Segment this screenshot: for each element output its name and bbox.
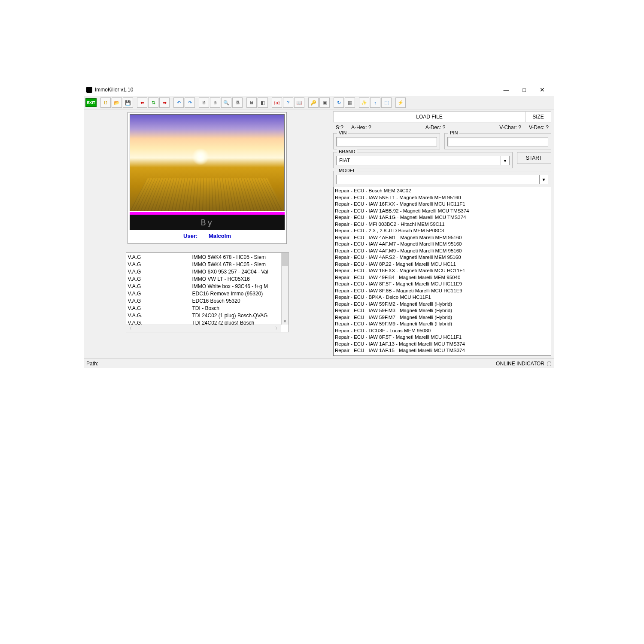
user-name: Malcolm — [209, 233, 231, 239]
scroll-thumb[interactable] — [282, 253, 288, 266]
dropdown-item[interactable]: Repair - ECU - IAW 8F.5T - Magneti Marel… — [335, 334, 550, 341]
list-item[interactable]: V.A.G.TDI 24C02 (2 plugs) Bosch — [128, 319, 279, 325]
list-item[interactable]: V.A.GIMMO 6X0 953 257 - 24C04 - Val — [128, 268, 279, 276]
dropdown-item[interactable]: Repair - ECU - Bosch MEM 24C02 — [335, 188, 550, 194]
open-folder-icon[interactable]: 📂 — [112, 97, 122, 108]
dropdown-item[interactable]: Repair - ECU - MFI 003BC2 - Hitachi MEM … — [335, 221, 550, 228]
doc-b-icon[interactable]: 🗎 — [210, 97, 220, 108]
undo-icon[interactable]: ↶ — [173, 97, 184, 108]
adec-value: A-Dec: ? — [425, 125, 446, 131]
minimize-button[interactable]: — — [497, 84, 515, 95]
dropdown-item[interactable]: Repair - ECU - IAW 18F.XX - Magneti Mare… — [335, 267, 550, 274]
new-file-icon[interactable]: 🗋 — [100, 97, 111, 108]
pin-group: PIN — [444, 133, 551, 149]
dropdown-item[interactable]: Repair - ECU - IAW 59F.M3 - Magneti Mare… — [335, 307, 550, 314]
list-item[interactable]: V.A.GEDC16 Bosch 95320 — [128, 298, 279, 305]
brand-value: FIAT — [337, 156, 501, 165]
titlebar: ImmoKiller v1.10 — □ ✕ — [84, 84, 554, 96]
pin-label: PIN — [448, 130, 459, 135]
transfer-icon[interactable]: ⇅ — [148, 97, 158, 108]
dropdown-item[interactable]: Repair - ECU - IAW 4AF.M9 - Magneti Mare… — [335, 248, 550, 255]
scroll-down-icon[interactable]: ∨ — [282, 317, 289, 325]
brand-combo[interactable]: FIAT ▼ — [336, 156, 510, 165]
dropdown-item[interactable]: Repair - ECU - IAW 8F.5T - Magneti Marel… — [335, 281, 550, 288]
brand-group: BRAND FIAT ▼ — [333, 152, 513, 168]
chevron-down-icon[interactable]: ▼ — [501, 156, 509, 165]
vertical-scrollbar[interactable]: ∨ — [281, 253, 289, 325]
chip-icon[interactable]: ▣ — [319, 97, 330, 108]
horizontal-scrollbar[interactable]: 〈 〉 — [126, 325, 281, 332]
exit-button[interactable]: EXIT — [85, 98, 97, 107]
vehicle-list[interactable]: V.A.GIMMO 5WK4 678 - HC05 - SiemV.A.GIMM… — [126, 252, 289, 332]
close-button[interactable]: ✕ — [533, 84, 551, 95]
doc-a-icon[interactable]: 🗎 — [199, 97, 209, 108]
pin-input[interactable] — [447, 137, 548, 146]
dropdown-item[interactable]: Repair - ECU - BPKA - Delco MCU HC11F1 — [335, 294, 550, 301]
load-file-row: LOAD FILE SIZE — [333, 111, 551, 122]
dropdown-item[interactable]: Repair - ECU - DCU3F - Lucas MEM 95080 — [335, 328, 550, 334]
scroll-left-icon[interactable]: 〈 — [126, 325, 134, 331]
dropdown-item[interactable]: Repair - ECU - 2.3 , 2.8 JTD Bosch MEM 5… — [335, 228, 550, 234]
list-item[interactable]: V.A.GTDI - Bosch — [128, 305, 279, 312]
print-icon[interactable]: 🖶 — [232, 97, 243, 108]
calculator-icon[interactable]: 🖩 — [246, 97, 257, 108]
list-item[interactable]: V.A.GIMMO White box - 93C46 - f+g M — [128, 283, 279, 290]
scroll-right-icon[interactable]: 〉 — [274, 325, 281, 331]
dropdown-item[interactable]: Repair - ECU - IAW 49F.B4 - Magneti Mare… — [335, 274, 550, 281]
start-button[interactable]: START — [517, 152, 551, 164]
dropdown-item[interactable]: Repair - ECU - IAW 1AF.15 - Magneti Mare… — [335, 347, 550, 354]
export-icon[interactable]: ➡ — [159, 97, 170, 108]
toolbar: EXIT 🗋 📂 💾 ⬅ ⇅ ➡ ↶ ↷ 🗎 🗎 🔍 🖶 🖩 ◧ {a} ? 📖… — [84, 96, 554, 109]
binoculars-icon[interactable]: 🔍 — [221, 97, 231, 108]
dropdown-item[interactable]: Repair - ECU - IAW 5NF.T1 - Magneti Mare… — [335, 194, 550, 201]
bolt-icon[interactable]: ⚡ — [395, 97, 406, 108]
save-icon[interactable]: 💾 — [123, 97, 133, 108]
dropdown-item[interactable]: Repair - ECU - IAW 4AF.M1 - Magneti Mare… — [335, 234, 550, 241]
size-label: SIZE — [525, 112, 551, 122]
vin-group: VIN — [333, 133, 440, 149]
window-icon[interactable]: ◧ — [258, 97, 268, 108]
help-icon[interactable]: ? — [283, 97, 293, 108]
vchar-value: V-Char: ? — [499, 125, 521, 131]
list-item[interactable]: V.A.GEDC16 Remove Immo (95320) — [128, 290, 279, 298]
maximize-button[interactable]: □ — [515, 84, 533, 95]
wizard-icon[interactable]: ✨ — [359, 97, 369, 108]
vdec-value: V-Dec: ? — [529, 125, 549, 131]
app-window: ImmoKiller v1.10 — □ ✕ EXIT 🗋 📂 💾 ⬅ ⇅ ➡ … — [84, 84, 554, 368]
import-icon[interactable]: ⬅ — [137, 97, 147, 108]
online-indicator-label: ONLINE INDICATOR — [496, 361, 544, 367]
dropdown-item[interactable]: Repair - ECU - IAW 59F.M2 - Magneti Mare… — [335, 301, 550, 308]
dropdown-item[interactable]: Repair - ECU - IAW 59F.M7 - Magneti Mare… — [335, 314, 550, 321]
list-item[interactable]: V.A.G.TDI 24C02 (1 plug) Bosch.QVAG — [128, 312, 279, 319]
dropdown-item[interactable]: Repair - ECU - IAW 1ABB.92 - Magneti Mar… — [335, 208, 550, 215]
dropdown-item[interactable]: Repair - ECU - IAW 1AF.1G - Magneti Mare… — [335, 214, 550, 221]
app-icon — [86, 87, 92, 93]
dropdown-item[interactable]: Repair - ECU - IAW 8F.6B - Magneti Marel… — [335, 288, 550, 295]
vin-input[interactable] — [336, 137, 437, 146]
redo-icon[interactable]: ↷ — [185, 97, 195, 108]
up-arrow-icon[interactable]: ↑ — [370, 97, 380, 108]
model-dropdown-list[interactable]: Repair - ECU - Bosch MEM 24C02Repair - E… — [333, 187, 551, 356]
key-icon[interactable]: 🔑 — [308, 97, 319, 108]
list-item[interactable]: V.A.GIMMO 5WK4 678 - HC05 - Siem — [128, 261, 279, 268]
dropdown-item[interactable]: Repair - ECU - IAW 4AF.M7 - Magneti Mare… — [335, 241, 550, 248]
window-title: ImmoKiller v1.10 — [95, 87, 497, 93]
refresh-icon[interactable]: ↻ — [334, 97, 344, 108]
dropdown-item[interactable]: Repair - ECU - IAW 4AF.S2 - Magneti Mare… — [335, 254, 550, 261]
hero-frame: By User: Malcolm — [128, 112, 287, 244]
list-item[interactable]: V.A.GIMMO VW LT - HC05X16 — [128, 276, 279, 283]
dropdown-item[interactable]: Repair - ECU - IAW 59F.M9 - Magneti Mare… — [335, 321, 550, 328]
dropdown-item[interactable]: Repair - ECU - IAW 8P.22 - Magneti Marel… — [335, 261, 550, 268]
brace-icon[interactable]: {a} — [272, 97, 282, 108]
chevron-down-icon[interactable]: ▼ — [539, 175, 548, 184]
dropdown-item[interactable]: Repair - ECU - IAW 1AF.13 - Magneti Mare… — [335, 341, 550, 348]
module-icon[interactable]: ▦ — [345, 97, 355, 108]
select-icon[interactable]: ⬚ — [381, 97, 392, 108]
path-label: Path: — [86, 361, 496, 367]
load-file-label[interactable]: LOAD FILE — [334, 114, 525, 120]
model-combo[interactable]: ▼ — [336, 175, 548, 184]
list-item[interactable]: V.A.GIMMO 5WK4 678 - HC05 - Siem — [128, 254, 279, 261]
dropdown-item[interactable]: Repair - ECU - IAW 1AF.17 - Magneti Mare… — [335, 354, 550, 356]
dropdown-item[interactable]: Repair - ECU - IAW 16F.XX - Magneti Mare… — [335, 201, 550, 208]
book-icon[interactable]: 📖 — [294, 97, 304, 108]
